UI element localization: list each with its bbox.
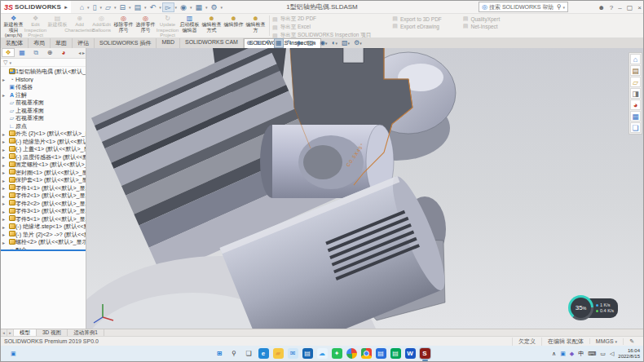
solidworks-resources-icon[interactable]: ⌂ <box>630 54 641 64</box>
cloud-icon[interactable]: ☁ <box>317 348 328 359</box>
zoom-area-icon[interactable]: ⊞ <box>255 39 262 47</box>
tree-item[interactable]: ▸零件2<2> (默认<<默认>_显示状态 <box>1 200 86 208</box>
tree-filter[interactable]: ▽ ▾ <box>1 59 86 68</box>
display-style-icon[interactable]: ◫▾ <box>307 39 316 47</box>
tab-solidworks-插件[interactable]: SOLIDWORKS 插件 <box>95 38 157 48</box>
tab-mbd[interactable]: MBD <box>157 38 180 48</box>
tab-草图[interactable]: 草图 <box>51 38 73 48</box>
tab-布局[interactable]: 布局 <box>29 38 51 48</box>
solidworks-logo[interactable]: 3S SOLIDWORKS ▸ <box>1 1 71 13</box>
dropdown-arrow-icon[interactable]: ▾ <box>205 5 208 10</box>
tray-app-icon[interactable]: ▣ <box>560 351 566 357</box>
tree-item[interactable]: ▸外壳 (2)<1> (默认<<默认>_显示状态 <box>1 130 86 138</box>
display-settings-icon[interactable]: ▦ <box>192 3 205 11</box>
store-icon[interactable]: ▤ <box>302 348 313 359</box>
export-edrawing-menu-item[interactable]: ▤Export eDrawing <box>392 23 442 29</box>
network-speed-widget[interactable]: 35% 1 K/s 0.4 K/s <box>568 295 618 320</box>
mail-icon[interactable]: ✉ <box>288 348 298 359</box>
solidworks-app-icon[interactable]: S <box>420 348 430 359</box>
dropdown-arrow-icon[interactable]: ▾ <box>159 5 161 10</box>
doc-tab-scroll-icon[interactable]: ▸ <box>7 329 14 336</box>
expand-arrow-icon[interactable]: ▸ <box>2 170 8 175</box>
select-balloons-button[interactable]: ◎选择零件序号 <box>135 14 157 38</box>
tray-chevron-icon[interactable]: ∧ <box>552 351 556 357</box>
tab-装配体[interactable]: 装配体 <box>1 38 29 48</box>
expand-arrow-icon[interactable]: ▸ <box>2 92 8 98</box>
close-icon[interactable]: × <box>637 4 642 11</box>
status-tag-icon[interactable]: ✎ <box>623 338 640 345</box>
dropdown-arrow-icon[interactable]: ▾ <box>348 41 351 46</box>
graphics-viewport[interactable]: C0.5X45° ⌂▤▱◨◕▦❏ 35% 1 K/s 0.4 K/s <box>86 48 643 329</box>
tree-item[interactable]: ▸A注解 <box>1 91 86 99</box>
options-gear-icon[interactable]: ⚙ <box>209 3 220 11</box>
tree-item[interactable]: ▣传感器 <box>1 83 86 91</box>
configurationmanager-tab[interactable]: ⧉ <box>29 48 42 57</box>
export-2d-pdf-menu-item[interactable]: ▤导出至 2D PDF <box>272 15 371 23</box>
login-icon[interactable]: ☻ <box>598 4 604 11</box>
word-icon[interactable]: W <box>405 348 416 359</box>
dimxpertmanager-tab[interactable]: ⊕ <box>43 48 56 57</box>
tree-item[interactable]: ▸零件3<1> (默认<<默认>_显示状态 <box>1 207 86 215</box>
expand-arrow-icon[interactable]: ▸ <box>2 224 8 230</box>
monitor-icon[interactable]: ▭ <box>600 351 606 357</box>
net-inspect-menu-item[interactable]: ▤Net-Inspect <box>463 23 500 29</box>
tree-item[interactable]: ▸固定螺栓<1> (默认<<默认>_显示状 <box>1 161 86 169</box>
dropdown-arrow-icon[interactable]: ▾ <box>335 41 337 46</box>
start-button[interactable]: ⊞ <box>214 348 225 359</box>
propertymanager-tab[interactable]: ▦ <box>15 48 29 57</box>
restore-icon[interactable]: ▢ <box>627 4 633 11</box>
dropdown-arrow-icon[interactable]: ▾ <box>129 5 131 10</box>
photos-icon[interactable] <box>346 348 357 359</box>
zoom-fit-icon[interactable]: ⊕ <box>245 39 253 47</box>
expand-arrow-icon[interactable]: ▸ <box>2 77 8 82</box>
apply-scene-icon[interactable]: ▧▾ <box>341 39 351 47</box>
edge-icon[interactable]: e <box>258 348 269 359</box>
tree-item[interactable]: ∟原点 <box>1 122 86 130</box>
expand-arrow-icon[interactable]: ▸ <box>2 162 8 168</box>
expand-arrow-icon[interactable]: ▸ <box>2 131 8 137</box>
undo-icon[interactable]: ↶ <box>148 3 159 11</box>
hide-show-items-icon[interactable]: ◉▾ <box>319 39 329 47</box>
view-settings-icon[interactable]: ⚙▾ <box>353 39 363 47</box>
doc-tab-other[interactable]: 3D 视图 <box>37 329 68 336</box>
custom-properties-icon[interactable]: ▦ <box>630 111 641 121</box>
dropdown-arrow-icon[interactable]: ▾ <box>359 41 362 46</box>
tree-item[interactable]: ▸(-) 上盖<1> (默认<<默认>_显示状态 <box>1 145 86 153</box>
dropdown-arrow-icon[interactable]: ▾ <box>144 5 147 10</box>
tree-item[interactable]: ▸螺栓<2> (默认<<默认>_显示状态 <box>1 238 86 246</box>
expand-arrow-icon[interactable]: ▸ <box>2 232 8 237</box>
tray-shield-icon[interactable]: ◆ <box>570 351 574 357</box>
expand-arrow-icon[interactable]: ▸ <box>2 209 8 214</box>
new-inspection-project-button[interactable]: ❖新建检查项目(amp;N) <box>2 14 24 38</box>
search-icon[interactable]: ⚲ <box>229 348 240 359</box>
save-icon[interactable]: ⊟ <box>117 3 129 11</box>
dropdown-arrow-icon[interactable]: ▾ <box>114 5 117 10</box>
minimize-icon[interactable]: – <box>618 4 621 11</box>
widgets-icon[interactable]: ▣ <box>11 351 16 357</box>
remove-balloons-button[interactable]: ◎移除零件序号 <box>112 14 135 38</box>
search-input[interactable]: 搜索 SOLIDWORKS 帮助 <box>489 3 554 11</box>
annotation-view-icon[interactable]: ✎ <box>286 39 293 47</box>
launch-template-editor-button[interactable]: ▥启动模板编辑器 <box>179 14 201 38</box>
taskbar-clock[interactable]: 16:042022/8/15 <box>618 348 640 359</box>
home-icon[interactable]: ⌂ <box>77 3 86 11</box>
expand-arrow-icon[interactable]: ▸ <box>2 216 8 222</box>
tab-solidworks-cam[interactable]: SOLIDWORKS CAM <box>180 38 244 48</box>
edit-inspection-method-button[interactable]: ☻编辑检查方式 <box>201 14 223 38</box>
select-cursor-icon[interactable]: ▻ <box>162 2 174 12</box>
expand-arrow-icon[interactable]: ▸ <box>2 193 8 199</box>
tree-item[interactable]: ▸零件1<1> (默认<<默认>_显示状态 <box>1 184 86 192</box>
file-explorer-icon[interactable]: ▰ <box>273 348 284 359</box>
tab-评估[interactable]: 评估 <box>73 38 95 48</box>
volume-icon[interactable]: ◁ <box>610 351 614 357</box>
tree-item[interactable]: ▸(-) 绝缘垫片<1> (默认<<默认>_显示 <box>1 138 86 146</box>
expand-arrow-icon[interactable]: ▸ <box>2 178 8 183</box>
task-view-icon[interactable]: ❏ <box>244 348 254 359</box>
edit-inspection-button[interactable]: ☻编辑检查方 <box>245 14 267 38</box>
dropdown-arrow-icon[interactable]: ▾ <box>100 5 103 10</box>
units-selector[interactable]: MMGS▾ <box>589 338 623 344</box>
new-document-icon[interactable]: ▯ <box>90 3 99 11</box>
panel-tab-scroll-arrows[interactable]: ◂ ▸ <box>78 50 85 55</box>
export-excel-menu-item[interactable]: ▤导出至 Excel <box>272 24 371 31</box>
dropdown-arrow-icon[interactable]: ▾ <box>190 5 192 10</box>
